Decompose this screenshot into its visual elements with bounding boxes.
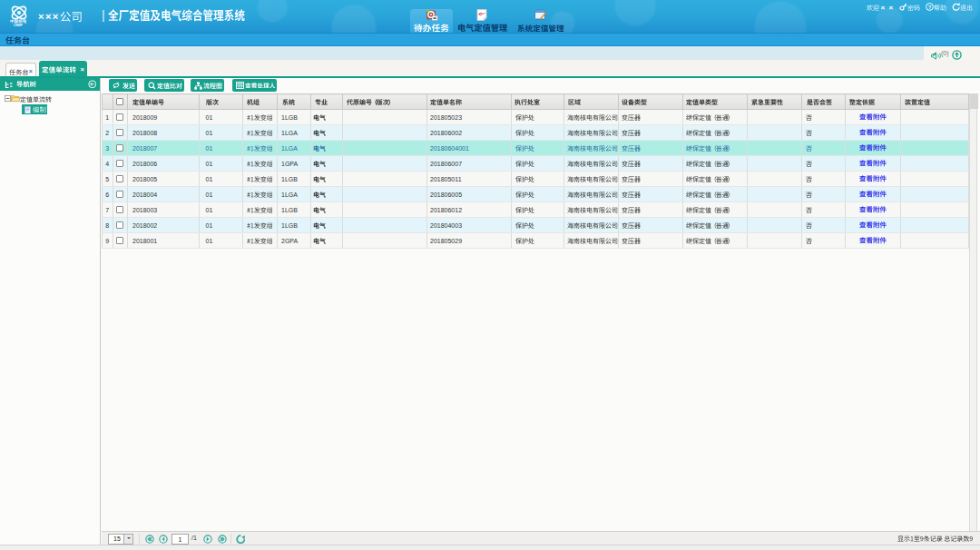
svg-text:?: ? xyxy=(928,5,932,10)
